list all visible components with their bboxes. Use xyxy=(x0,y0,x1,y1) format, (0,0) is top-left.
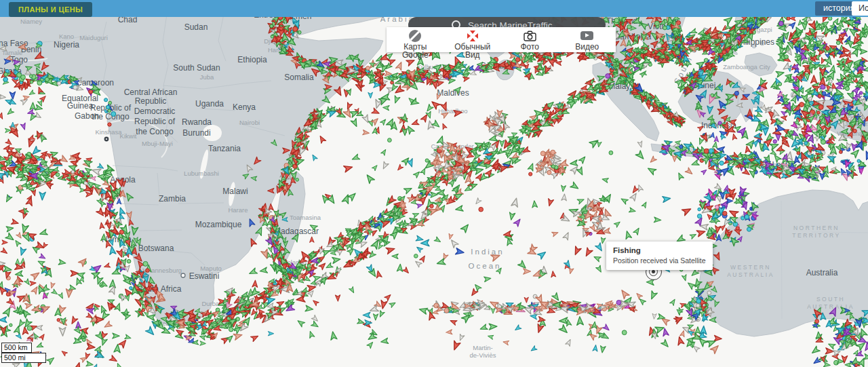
map-label: Ocean xyxy=(469,262,502,270)
map-label: Juba xyxy=(200,73,214,81)
menu-item-video[interactable]: Видео xyxy=(559,27,616,52)
map-label: DemocraticRepublic ofthe Congo xyxy=(134,107,176,136)
map-label: Martin-de-Viviès xyxy=(470,344,496,359)
menu-item-label: Карты Google xyxy=(391,43,439,59)
vessel-type-label: Fishing xyxy=(613,246,706,254)
bullseye-dot xyxy=(652,270,655,273)
map-label: Sudan xyxy=(184,22,208,32)
menu-item-photo[interactable]: Фото xyxy=(501,27,559,52)
menu-item-simple-view[interactable]: Обычный Вид xyxy=(444,27,502,52)
map-label: Botswana xyxy=(138,244,174,253)
map-label: WESTERNAUSTRALIA xyxy=(727,264,774,278)
photo-camera-icon xyxy=(501,29,559,42)
history-secondary-button[interactable]: История xyxy=(852,1,868,16)
map-label: Zambia xyxy=(159,194,186,204)
map-label: Somalia xyxy=(284,73,314,82)
map-label: Maiduguri xyxy=(79,34,108,41)
map-label: Indian xyxy=(471,248,504,256)
city-dot-center xyxy=(106,138,107,140)
map-label: Kinshasa xyxy=(95,128,122,136)
map-label: Ethiopia xyxy=(237,55,267,64)
map-label: Burundi xyxy=(182,128,210,138)
map-label: Mozambique xyxy=(195,220,242,229)
map-label: Rwanda xyxy=(182,117,212,127)
plans-and-prices-button[interactable]: ПЛАНЫ И ЦЕНЫ xyxy=(9,2,92,17)
map-label: Zamboanga City xyxy=(723,63,770,71)
map-label: Maldives xyxy=(437,88,469,98)
top-header-bar: ПЛАНЫ И ЦЕНЫ история История xyxy=(0,0,868,17)
video-icon xyxy=(559,29,616,42)
menu-item-label: Видео xyxy=(563,43,612,51)
map-label: Nigeria xyxy=(54,40,79,50)
map-label: Australia xyxy=(806,268,838,277)
map-label: Kenya xyxy=(233,102,256,112)
map-label: Harare xyxy=(228,206,248,214)
map-label: South Sudan xyxy=(173,63,220,73)
city-dot xyxy=(181,273,185,277)
map-label: Kano xyxy=(59,33,74,40)
vessel-tooltip: Fishing Position received via Satellite xyxy=(606,242,713,270)
map-label: Niamey xyxy=(20,18,42,25)
menu-item-label: Обычный Вид xyxy=(448,43,497,59)
map-scale-mi: 500 mi xyxy=(1,353,46,363)
map-label: Maputo xyxy=(200,265,222,272)
map-label: Eswatini xyxy=(189,271,220,281)
map-label: Gabon xyxy=(75,111,99,121)
map-label: Mbuji-Mayi xyxy=(142,140,173,147)
map-label: Kikwit xyxy=(120,132,137,140)
map-label: Lubumbashi xyxy=(184,170,219,177)
map-view-menu: Карты Google Обычный Вид Фото Видео xyxy=(387,27,616,52)
menu-item-label: Фото xyxy=(505,43,554,51)
google-maps-icon xyxy=(387,29,444,42)
simple-view-icon xyxy=(444,29,502,42)
map-scale-km: 500 km xyxy=(1,343,32,353)
map-label: Uganda xyxy=(195,99,224,109)
menu-item-google-maps[interactable]: Карты Google xyxy=(387,27,444,52)
vessel-position-source: Position received via Satellite xyxy=(613,256,706,265)
map-label: Malawi xyxy=(222,187,248,196)
map-label: Toamasina xyxy=(290,214,321,221)
map-label: NORTHERNTERRITORY xyxy=(792,225,840,239)
map-label: Tanzania xyxy=(208,144,241,153)
map-label: Nairobi xyxy=(239,119,260,126)
map-label: EquatorialGuinea xyxy=(62,94,98,111)
